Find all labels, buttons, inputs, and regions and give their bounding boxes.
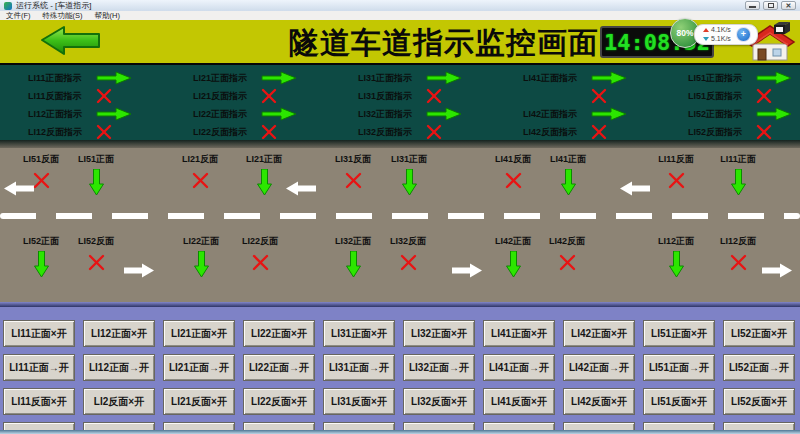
status-cell: LI21反面指示 <box>193 87 358 105</box>
lane-control-button[interactable]: LI41正面→开 <box>483 354 555 381</box>
lane-control-button[interactable]: LI22正面×开 <box>243 320 315 347</box>
road-device: LI51正面 <box>68 153 124 197</box>
red-x-icon <box>345 172 362 189</box>
status-label: LI42正面指示 <box>523 108 587 121</box>
minimize-button[interactable] <box>745 1 760 10</box>
road-device: LI12反面 <box>710 235 766 279</box>
red-x-icon <box>756 88 772 104</box>
lane-control-button[interactable]: LI2反面×开 <box>83 388 155 415</box>
lane-control-button[interactable]: LI21正面→开 <box>163 354 235 381</box>
lane-control-button[interactable]: LI52反面×开 <box>723 388 795 415</box>
lane-control-button[interactable]: LI41正面×开 <box>483 320 555 347</box>
lane-control-button[interactable]: LI31反面×开 <box>323 388 395 415</box>
lane-control-button[interactable]: LI42反面×开 <box>563 388 635 415</box>
road-device-label: LI41反面 <box>495 153 531 166</box>
lane-control-button[interactable]: LI12正面×开 <box>83 320 155 347</box>
road-device: LI21正面 <box>236 153 292 197</box>
status-label: LI21反面指示 <box>193 90 257 103</box>
status-label: LI42反面指示 <box>523 126 587 139</box>
red-x-icon <box>252 254 269 271</box>
red-x-icon <box>426 88 442 104</box>
road-device: LI21反面 <box>172 153 228 197</box>
road-device: LI11正面 <box>710 153 766 197</box>
red-x-icon <box>261 88 277 104</box>
lane-control-button[interactable]: LI42正面→开 <box>563 354 635 381</box>
status-label: LI12反面指示 <box>28 126 92 139</box>
restore-button[interactable] <box>763 1 778 10</box>
road-device-label: LI21正面 <box>246 153 282 166</box>
lane-control-button[interactable]: LI21反面×开 <box>163 388 235 415</box>
green-down-arrow-icon <box>346 251 361 278</box>
control-button-row: LI11正面→开LI12正面→开LI21正面→开LI22正面→开LI31正面→开… <box>3 354 795 381</box>
status-cell: LI31反面指示 <box>358 87 523 105</box>
lane-control-button[interactable]: LI22正面→开 <box>243 354 315 381</box>
upload-icon <box>703 28 709 32</box>
window-title: 运行系统 - [车道指示] <box>16 0 745 11</box>
red-x-icon <box>756 124 772 140</box>
lane-control-button[interactable]: LI52正面×开 <box>723 320 795 347</box>
control-button-panel: LI11正面×开LI12正面×开LI21正面×开LI22正面×开LI31正面×开… <box>0 307 800 434</box>
lane-control-button[interactable]: LI51正面→开 <box>643 354 715 381</box>
red-x-icon <box>96 124 112 140</box>
status-panel: LI11正面指示 LI21正面指示 LI31正面指示 <box>0 63 800 140</box>
road-top-edge <box>0 140 800 148</box>
red-x-icon <box>96 88 112 104</box>
road-device: LI41反面 <box>485 153 541 197</box>
red-x-icon <box>559 254 576 271</box>
lane-control-button[interactable]: LI31正面×开 <box>323 320 395 347</box>
red-x-icon <box>591 88 607 104</box>
menu-file[interactable]: 文件(F) <box>6 11 31 21</box>
white-right-arrow-icon <box>452 263 482 278</box>
page-title: 隧道车道指示监控画面 <box>289 23 599 64</box>
lane-control-button[interactable]: LI11正面→开 <box>3 354 75 381</box>
close-button[interactable]: ✕ <box>781 1 796 10</box>
lane-control-button[interactable]: LI12正面→开 <box>83 354 155 381</box>
lane-control-button[interactable]: LI41反面×开 <box>483 388 555 415</box>
status-label: LI22反面指示 <box>193 126 257 139</box>
road-device: LI32反面 <box>380 235 436 279</box>
road-device-label: LI42正面 <box>495 235 531 248</box>
download-icon <box>703 37 709 41</box>
red-x-icon <box>668 172 685 189</box>
road-device-label: LI41正面 <box>550 153 586 166</box>
red-x-icon <box>261 124 277 140</box>
menu-help[interactable]: 帮助(H) <box>95 11 120 21</box>
road-device-label: LI11正面 <box>720 153 756 166</box>
status-cell: LI22反面指示 <box>193 123 358 141</box>
lane-control-button[interactable]: LI11正面×开 <box>3 320 75 347</box>
net-widget-expand-button[interactable]: + <box>736 27 751 42</box>
lane-divider-dashes <box>0 213 800 219</box>
lane-control-button[interactable]: LI51反面×开 <box>643 388 715 415</box>
lane-direction-arrow <box>286 181 316 196</box>
white-left-arrow-icon <box>286 181 316 196</box>
lane-control-button[interactable]: LI11反面×开 <box>3 388 75 415</box>
lane-control-button[interactable]: LI32正面×开 <box>403 320 475 347</box>
lane-control-button[interactable]: LI31正面→开 <box>323 354 395 381</box>
road-device: LI52反面 <box>68 235 124 279</box>
lane-control-button[interactable]: LI21正面×开 <box>163 320 235 347</box>
lane-control-button[interactable]: LI51正面×开 <box>643 320 715 347</box>
menu-special-functions[interactable]: 特殊功能(S) <box>43 11 83 21</box>
road-device: LI31正面 <box>381 153 437 197</box>
status-label: LI11正面指示 <box>28 72 92 85</box>
green-right-arrow-icon <box>591 107 627 121</box>
road-device: LI51反面 <box>13 153 69 197</box>
road-device: LI32正面 <box>325 235 381 279</box>
lane-control-button[interactable]: LI22反面×开 <box>243 388 315 415</box>
back-button[interactable] <box>40 24 102 57</box>
road-device-label: LI32反面 <box>390 235 426 248</box>
status-cell: LI32反面指示 <box>358 123 523 141</box>
lane-direction-arrow <box>620 181 650 196</box>
download-speed: 5.1K/s <box>711 35 731 44</box>
lane-control-button[interactable]: LI42正面×开 <box>563 320 635 347</box>
hmi-screen: 运行系统 - [车道指示] ✕ 文件(F) 特殊功能(S) 帮助(H) 隧道车道… <box>0 0 800 434</box>
status-label: LI51正面指示 <box>688 72 752 85</box>
lane-control-button[interactable]: LI52正面→开 <box>723 354 795 381</box>
lane-control-button[interactable]: LI32正面→开 <box>403 354 475 381</box>
road-device: LI52正面 <box>13 235 69 279</box>
back-arrow-icon <box>40 24 102 57</box>
lane-control-button[interactable]: LI32反面×开 <box>403 388 475 415</box>
red-x-icon <box>505 172 522 189</box>
road-device-label: LI22反面 <box>242 235 278 248</box>
lane-direction-arrow <box>452 263 482 278</box>
